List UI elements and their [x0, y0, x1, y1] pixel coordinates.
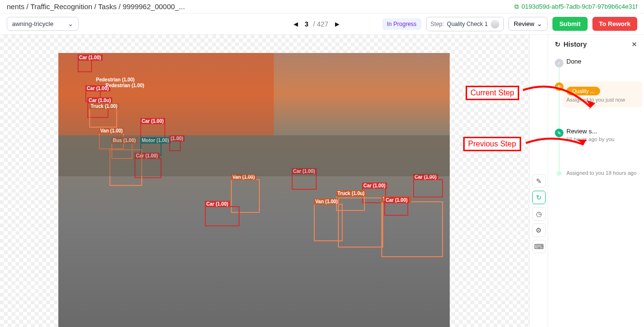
- bbox-label: Car (1.00): [205, 201, 230, 207]
- bbox-label: (1.00): [169, 135, 185, 142]
- pager: ◀ 3 / 427 ▶: [292, 20, 341, 28]
- bbox-label: Bus (1.00): [111, 137, 137, 144]
- history-icon: ↻: [555, 40, 561, 48]
- bbox-label: Van (1.00): [99, 128, 124, 134]
- bbox-label: Car (1.00): [78, 54, 103, 61]
- history-tool-button[interactable]: ↻: [532, 191, 546, 204]
- pager-current: 3: [305, 20, 309, 28]
- bbox-label: Car (1.00): [140, 118, 165, 124]
- pager-next-button[interactable]: ▶: [333, 21, 341, 27]
- main-area: Car (1.00)Car (1.00)Car (1.0u)Truck (1.0…: [0, 35, 644, 327]
- bbox-truck[interactable]: [338, 197, 383, 248]
- rework-button[interactable]: To Rework: [592, 17, 638, 31]
- callout-previous-step: Previous Step: [463, 137, 521, 151]
- bbox-bus[interactable]: Bus (1.00): [111, 143, 133, 159]
- keyboard-tool-button[interactable]: ⌨: [532, 240, 546, 253]
- bbox-car[interactable]: Car (1.00): [292, 173, 317, 190]
- timeline-dot-tiny-icon: [557, 171, 562, 176]
- history-title: ↻History: [555, 40, 587, 48]
- step-label: Step:: [430, 21, 444, 27]
- toolbar: awning-tricycle ⌄ ◀ 3 / 427 ▶ In Progres…: [0, 13, 644, 35]
- bbox-label: Truck (1.0u): [336, 190, 366, 196]
- review-dropdown[interactable]: Review ⌄: [509, 17, 548, 31]
- bbox-van[interactable]: Van (1.00): [99, 133, 124, 149]
- settings-tool-button[interactable]: ⚙: [532, 223, 546, 237]
- callout-current-step: Current Step: [466, 86, 519, 100]
- status-badge: In Progress: [382, 18, 421, 30]
- bbox-label: Car (1.00): [362, 183, 387, 189]
- bbox-label: Van (1.00): [231, 174, 256, 180]
- bbox-car[interactable]: Car (1.00): [140, 123, 165, 141]
- pedestrian-label: Pedestrian (1.00): [96, 77, 134, 82]
- arrow-current: [521, 80, 598, 119]
- class-dropdown-value: awning-tricycle: [12, 20, 54, 27]
- breadcrumb[interactable]: nents / Traffic_Recognition / Tasks / 99…: [7, 2, 185, 11]
- timeline-done-label: Done: [566, 58, 637, 65]
- bbox-car[interactable]: Car (1.00): [134, 158, 161, 178]
- bbox-label: Car (1.00): [413, 174, 438, 180]
- bbox-label: Van (1.00): [314, 198, 339, 205]
- bbox-label: Truck (1.00): [89, 103, 119, 109]
- submit-button[interactable]: Submit: [552, 17, 587, 31]
- bbox-car[interactable]: (1.00): [169, 141, 181, 151]
- review-label: Review: [514, 20, 535, 27]
- bbox-car[interactable]: Car (1.00): [205, 206, 240, 226]
- side-toolbar: ✎ ↻ ◷ ⚙ ⌨: [529, 35, 548, 327]
- bbox-car[interactable]: Car (1.00): [384, 202, 408, 216]
- avatar: [491, 20, 499, 28]
- canvas-area[interactable]: Car (1.00)Car (1.00)Car (1.0u)Truck (1.0…: [0, 35, 529, 327]
- close-icon[interactable]: ✕: [631, 40, 637, 48]
- copy-icon[interactable]: ⧉: [514, 3, 519, 11]
- job-id-text: 0193d59d-abf5-7adb-9cb7-97b9b6c4e31f: [522, 3, 637, 10]
- clock-tool-button[interactable]: ◷: [532, 207, 546, 221]
- timeline-item-done: ✓ Done: [566, 58, 637, 65]
- bbox-label: Car (1.00): [292, 168, 317, 174]
- bbox-car[interactable]: Car (1.00): [413, 179, 443, 197]
- bbox-truck[interactable]: Truck (1.00): [89, 108, 117, 128]
- timeline-item-assigned: Assigned to you 18 hours ago: [566, 170, 637, 176]
- bbox-label: Motor (1.00): [140, 137, 171, 144]
- step-indicator[interactable]: Step: Quality Check 1: [426, 17, 504, 31]
- bbox-label: Car (1.00): [134, 153, 160, 159]
- bbox-motor[interactable]: Motor (1.00): [140, 143, 161, 156]
- pager-total: / 427: [313, 20, 328, 28]
- bbox-van[interactable]: [109, 149, 142, 186]
- timeline-dot-done-icon: ✓: [555, 59, 564, 67]
- bbox-car[interactable]: Car (1.00): [78, 60, 92, 72]
- edit-tool-button[interactable]: ✎: [532, 174, 546, 188]
- chevron-down-icon: ⌄: [537, 20, 542, 27]
- job-id[interactable]: ⧉ 0193d59d-abf5-7adb-9cb7-97b9b6c4e31f: [514, 3, 637, 11]
- annotation-scene[interactable]: Car (1.00)Car (1.00)Car (1.0u)Truck (1.0…: [58, 53, 450, 327]
- pager-prev-button[interactable]: ◀: [292, 21, 300, 27]
- bbox-label: Car (1.00): [384, 197, 409, 203]
- pedestrian-label: Pedestrian (1.00): [106, 83, 144, 88]
- top-bar: nents / Traffic_Recognition / Tasks / 99…: [0, 0, 644, 13]
- timeline-assigned-label: Assigned to you 18 hours ago: [566, 170, 637, 176]
- history-panel: ↻History ✕ ✓ Done 👁 Quality ... Assigned…: [548, 35, 644, 327]
- chevron-down-icon: ⌄: [68, 20, 73, 27]
- step-value: Quality Check 1: [447, 21, 488, 27]
- arrow-previous: [523, 131, 591, 160]
- class-dropdown[interactable]: awning-tricycle ⌄: [7, 17, 79, 31]
